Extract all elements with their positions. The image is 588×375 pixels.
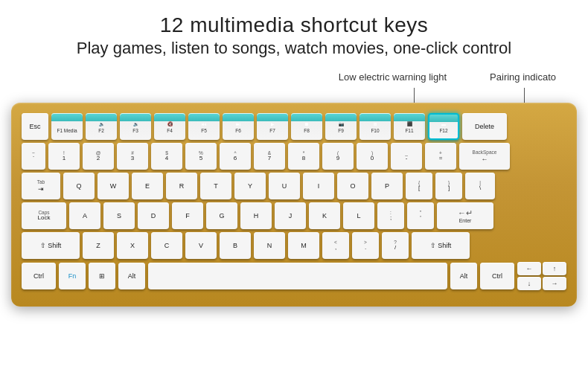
key-i[interactable]: I (303, 173, 334, 199)
key-k[interactable]: K (309, 202, 340, 229)
key-shift-right[interactable]: ⇧ Shift (412, 232, 470, 259)
key-arrow-left[interactable]: ← (517, 262, 541, 275)
key-9[interactable]: ( 9 (322, 143, 354, 170)
key-quote[interactable]: " ' (407, 202, 434, 229)
title-section: 12 multimedia shortcut keys Play games, … (77, 0, 511, 64)
key-backspace[interactable]: BackSpace ← (459, 143, 510, 170)
key-h[interactable]: H (240, 202, 272, 229)
key-f9[interactable]: 📷 F9 (325, 113, 357, 140)
fn-key-row: Esc ♪ F1 Media 🔈 F2 🔉 F3 🔇 F4 (22, 113, 566, 140)
key-0[interactable]: ) 0 (357, 143, 388, 170)
key-alt-left[interactable]: Alt (118, 263, 145, 289)
asdf-key-row: Caps Lock A S D F G H J K L : ; " ' (22, 202, 566, 229)
key-minus[interactable]: _ - (391, 143, 422, 170)
key-l[interactable]: L (343, 202, 374, 229)
key-f7[interactable]: ▶ F7 (257, 113, 288, 140)
f5-label: F5 (201, 128, 207, 133)
key-f11[interactable]: ⬛ F11 (394, 113, 425, 140)
key-p[interactable]: P (371, 173, 403, 199)
key-fn-key[interactable]: Fn (59, 263, 86, 289)
key-q[interactable]: Q (63, 173, 95, 199)
key-f3[interactable]: 🔉 F3 (120, 113, 151, 140)
key-x[interactable]: X (117, 232, 148, 259)
key-period[interactable]: > . (352, 232, 379, 259)
key-arrow-down[interactable]: ↓ (517, 277, 541, 290)
key-3[interactable]: # 3 (117, 143, 148, 170)
key-1[interactable]: ! 1 (48, 143, 80, 170)
page-container: 12 multimedia shortcut keys Play games, … (0, 0, 588, 375)
qwerty-key-row: Tab ⇥ Q W E R T Y U I O P { [ } ] (22, 173, 566, 199)
key-z[interactable]: Z (83, 232, 114, 259)
key-u[interactable]: U (269, 173, 300, 199)
key-5[interactable]: % 5 (185, 143, 217, 170)
key-y[interactable]: Y (234, 173, 266, 199)
key-a[interactable]: A (69, 202, 100, 229)
key-j[interactable]: J (275, 202, 306, 229)
key-arrow-right[interactable]: → (543, 277, 566, 290)
key-capslock[interactable]: Caps Lock (22, 202, 66, 229)
key-c[interactable]: C (151, 232, 182, 259)
key-f2[interactable]: 🔈 F2 (86, 113, 117, 140)
f3-icon: 🔉 (133, 122, 138, 126)
key-4[interactable]: $ 4 (151, 143, 182, 170)
key-backslash[interactable]: | \ (465, 173, 495, 199)
key-8[interactable]: * 8 (288, 143, 319, 170)
f1-icon: ♪ (66, 122, 68, 126)
key-n[interactable]: N (254, 232, 285, 259)
key-d[interactable]: D (138, 202, 169, 229)
key-shift-left[interactable]: ⇧ Shift (22, 232, 80, 259)
f8-icon: ⏹ (304, 122, 309, 126)
key-enter[interactable]: ←↵ Enter (437, 202, 493, 229)
f2-label: F2 (98, 128, 104, 133)
key-f12[interactable]: ▬ F12 (428, 113, 459, 140)
key-tab[interactable]: Tab ⇥ (22, 173, 60, 199)
key-rbracket[interactable]: } ] (435, 173, 462, 199)
key-w[interactable]: W (98, 173, 129, 199)
key-arrow-up[interactable]: ↑ (543, 262, 566, 275)
key-ctrl-left[interactable]: Ctrl (22, 263, 56, 289)
key-o[interactable]: O (337, 173, 368, 199)
key-f1[interactable]: ♪ F1 Media (51, 113, 83, 140)
key-backtick[interactable]: ~ ` (22, 143, 45, 170)
f6-icon: ⏭ (236, 122, 240, 126)
esc-label: Esc (29, 123, 40, 130)
key-e[interactable]: E (132, 173, 163, 199)
key-v[interactable]: V (185, 232, 217, 259)
key-b[interactable]: B (220, 232, 251, 259)
key-lbracket[interactable]: { [ (406, 173, 432, 199)
zxcv-key-row: ⇧ Shift Z X C V B N M < , > . ? (22, 232, 566, 259)
key-semicolon[interactable]: : ; (377, 202, 404, 229)
key-ctrl-right[interactable]: Ctrl (480, 263, 514, 289)
f9-icon: 📷 (339, 122, 344, 126)
key-f[interactable]: F (172, 202, 203, 229)
f12-icon: ▬ (441, 122, 446, 126)
key-esc[interactable]: Esc (22, 113, 48, 140)
key-win[interactable]: ⊞ (89, 263, 115, 289)
key-space[interactable] (148, 263, 447, 289)
key-2[interactable]: @ 2 (83, 143, 114, 170)
key-alt-right[interactable]: Alt (450, 263, 477, 289)
f11-label: F11 (405, 128, 413, 133)
label-row: Low electric warning light Pairing indic… (11, 71, 577, 101)
key-f5[interactable]: ⏮ F5 (188, 113, 220, 140)
key-m[interactable]: M (288, 232, 319, 259)
key-r[interactable]: R (166, 173, 197, 199)
key-t[interactable]: T (200, 173, 231, 199)
key-slash[interactable]: ? / (382, 232, 409, 259)
key-f6[interactable]: ⏭ F6 (223, 113, 254, 140)
key-equals[interactable]: + = (425, 143, 456, 170)
arrow-up-row: ← ↑ (517, 262, 566, 275)
key-delete[interactable]: Delete (462, 113, 507, 140)
key-f4[interactable]: 🔇 F4 (154, 113, 185, 140)
f10-label: F10 (371, 128, 379, 133)
arrow-key-group: ← ↑ ↓ → (517, 262, 566, 290)
subtitle: Play games, listen to songs, watch movie… (77, 39, 511, 58)
key-g[interactable]: G (206, 202, 237, 229)
key-s[interactable]: S (103, 202, 135, 229)
f6-label: F6 (235, 128, 241, 133)
key-f8[interactable]: ⏹ F8 (291, 113, 322, 140)
key-f10[interactable]: 🖥 F10 (359, 113, 391, 140)
key-6[interactable]: ^ 6 (220, 143, 251, 170)
key-comma[interactable]: < , (322, 232, 349, 259)
key-7[interactable]: & 7 (254, 143, 285, 170)
